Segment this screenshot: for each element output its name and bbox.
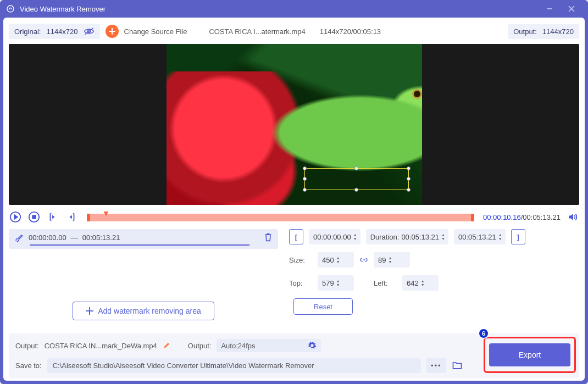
reset-button[interactable]: Reset: [293, 298, 353, 315]
output-dims: 1144x720: [542, 27, 574, 36]
params-panel: [ 00:00:00.00▲▼ Duration:00:05:13.21▲▼ 0…: [289, 229, 579, 330]
mid-panels: 00:00:00.00 — 00:05:13.21 Add watermark …: [9, 229, 579, 330]
preview-toggle-icon[interactable]: [84, 27, 95, 36]
add-area-label: Add watermark removing area: [98, 307, 201, 315]
video-preview[interactable]: [9, 44, 579, 205]
change-source-link[interactable]: Change Source File: [124, 27, 187, 36]
range-start-button[interactable]: [: [289, 229, 303, 244]
output-settings-value: Auto;24fps: [221, 342, 255, 350]
volume-button[interactable]: [566, 210, 579, 224]
range-duration-input[interactable]: Duration:00:05:13.21▲▼: [366, 229, 448, 244]
segment-end: 00:05:13.21: [82, 233, 120, 242]
current-time: 00:00:10.16: [483, 213, 521, 221]
minimize-button[interactable]: [539, 1, 561, 16]
set-start-button[interactable]: [46, 210, 59, 224]
save-to-label: Save to:: [15, 361, 42, 370]
watermark-selection[interactable]: [304, 168, 409, 190]
app-window: Video Watermark Remover Original: 1144x7…: [0, 0, 588, 384]
height-input[interactable]: 89▲▼: [374, 252, 410, 268]
bottom-panel: Output: COSTA RICA IN...mark_DeWa.mp4 Ou…: [9, 333, 579, 379]
open-folder-button[interactable]: [452, 360, 463, 370]
topbar: Original: 1144x720 Change Source File CO…: [9, 22, 579, 41]
segments-panel: 00:00:00.00 — 00:05:13.21 Add watermark …: [9, 229, 278, 330]
brush-icon: [14, 232, 24, 242]
callout-badge: 6: [478, 328, 489, 339]
settings-gear-icon[interactable]: [308, 341, 317, 350]
app-title: Video Watermark Remover: [20, 5, 106, 13]
source-meta: 1144x720/00:05:13: [320, 27, 381, 36]
output-label: Output:: [513, 27, 537, 36]
svg-point-0: [7, 5, 14, 12]
timeline[interactable]: ▼: [87, 212, 474, 222]
source-filename: COSTA RICA I...atermark.mp4: [209, 27, 305, 36]
original-label: Original:: [14, 27, 41, 36]
close-button[interactable]: [561, 1, 583, 16]
output-chip: Output: 1144x720: [508, 24, 579, 39]
size-label: Size:: [289, 256, 312, 264]
save-path: C:\Aiseesoft Studio\Aiseesoft Video Conv…: [47, 358, 421, 373]
top-label: Top:: [289, 279, 312, 287]
left-input[interactable]: 642▲▼: [402, 275, 439, 291]
stop-button[interactable]: [27, 210, 41, 224]
export-button[interactable]: Export: [489, 343, 570, 366]
output-settings-label: Output:: [188, 342, 212, 350]
export-highlight: Export: [484, 337, 576, 373]
browse-button[interactable]: •••: [426, 358, 446, 373]
range-start-input[interactable]: 00:00:00.00▲▼: [309, 229, 360, 244]
top-input[interactable]: 579▲▼: [318, 275, 354, 291]
delete-segment-button[interactable]: [264, 232, 273, 242]
segment-sep: —: [71, 233, 78, 242]
width-input[interactable]: 450▲▼: [318, 252, 354, 268]
rename-button[interactable]: [163, 342, 170, 349]
original-dims: 1144x720: [46, 27, 77, 36]
segment-start: 00:00:00.00: [29, 233, 66, 242]
output-filename: COSTA RICA IN...mark_DeWa.mp4: [45, 342, 157, 350]
add-source-button[interactable]: [106, 25, 119, 38]
original-chip: Original: 1144x720: [9, 24, 100, 39]
video-frame: [167, 44, 422, 205]
titlebar: Video Watermark Remover: [0, 0, 588, 18]
output-file-label: Output:: [15, 342, 39, 350]
output-settings-chip[interactable]: Auto;24fps: [217, 339, 321, 352]
play-button[interactable]: [9, 210, 22, 224]
left-label: Left:: [374, 279, 397, 287]
range-end-button[interactable]: ]: [511, 229, 525, 244]
total-duration: 00:05:13.21: [523, 213, 561, 221]
svg-rect-10: [32, 215, 36, 219]
playback-controls: ▼ 00:00:10.16/00:05:13.21: [9, 208, 579, 226]
content: Original: 1144x720 Change Source File CO…: [3, 18, 585, 381]
range-end-input[interactable]: 00:05:13.21▲▼: [454, 229, 506, 244]
set-end-button[interactable]: [65, 210, 78, 224]
time-readout: 00:00:10.16/00:05:13.21: [483, 213, 561, 221]
segment-row[interactable]: 00:00:00.00 — 00:05:13.21: [9, 229, 278, 249]
app-icon: [5, 4, 15, 14]
add-area-button[interactable]: Add watermark removing area: [73, 302, 214, 320]
link-aspect-icon[interactable]: [359, 255, 368, 264]
plus-icon: [86, 307, 93, 315]
